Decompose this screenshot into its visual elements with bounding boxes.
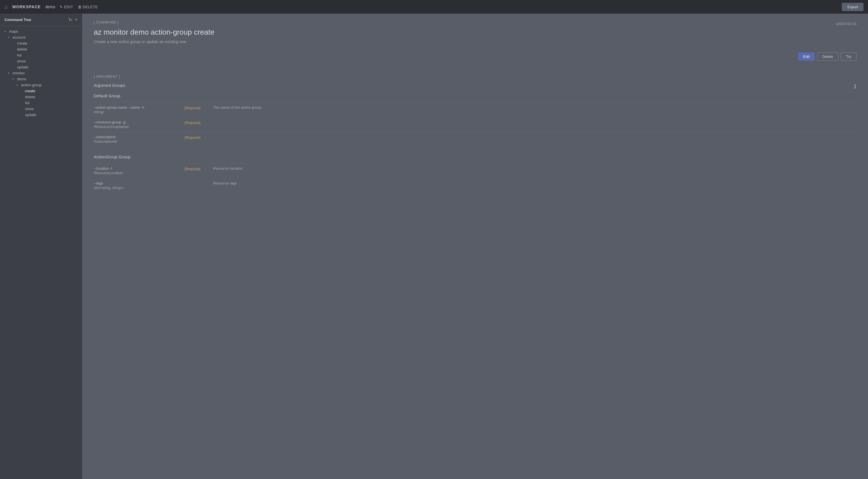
sidebar-item-account-create[interactable]: create bbox=[0, 40, 82, 46]
sidebar-item-monitor[interactable]: ▾monitor bbox=[0, 70, 82, 76]
sidebar-item-demo[interactable]: ▾demo bbox=[0, 76, 82, 82]
table-row: --tags/dict<string, string>/Resource tag… bbox=[94, 178, 857, 193]
action-group-show-label: show bbox=[25, 107, 33, 111]
sidebar-item-action-group[interactable]: ▾action-group bbox=[0, 82, 82, 88]
command-tag: [ COMMAND ] bbox=[94, 21, 214, 24]
action-group-delete-label: delete bbox=[25, 95, 35, 99]
command-tree-title: Command Tree bbox=[4, 18, 31, 22]
main-layout: Command Tree ↻ + ▾maps▾accountcreatedele… bbox=[0, 13, 868, 479]
account-list-label: list bbox=[17, 53, 22, 57]
account-label: account bbox=[12, 35, 26, 39]
argument-tag: [ ARGUMENT ] bbox=[94, 75, 857, 79]
sidebar-header: Command Tree ↻ + bbox=[0, 13, 82, 26]
command-tree: ▾maps▾accountcreatedeletelistshowupdate▾… bbox=[0, 26, 82, 120]
account-create-label: create bbox=[17, 41, 27, 45]
sidebar-item-account-show[interactable]: show bbox=[0, 58, 82, 64]
sidebar-item-account-list[interactable]: list bbox=[0, 52, 82, 58]
arg-type: /dict<string, string>/ bbox=[94, 186, 185, 190]
command-actions: Edit Delete Try bbox=[94, 53, 857, 61]
arg-group-name: Default Group bbox=[94, 93, 857, 98]
maps-arrow-icon: ▾ bbox=[4, 30, 8, 33]
argument-groups-label: Argument Groups 1 bbox=[94, 83, 857, 88]
sidebar-item-action-group-update[interactable]: update bbox=[0, 112, 82, 118]
monitor-arrow-icon: ▾ bbox=[8, 71, 11, 75]
arg-required-badge: [Required] bbox=[185, 136, 200, 140]
maps-label: maps bbox=[9, 29, 18, 33]
table-row: --location -l/ResourceLocation/[Required… bbox=[94, 163, 857, 178]
argument-count: 1 bbox=[854, 83, 857, 90]
demo-label: demo bbox=[17, 77, 26, 81]
try-command-button[interactable]: Try bbox=[841, 53, 857, 61]
table-row: --action-group-name --name -n/string/[Re… bbox=[94, 102, 857, 117]
edit-command-button[interactable]: Edit bbox=[798, 53, 815, 61]
trash-icon: 🗑 bbox=[78, 5, 82, 9]
arg-required-badge: [Required] bbox=[185, 167, 200, 171]
content-area: [ COMMAND ] az monitor demo action-group… bbox=[82, 13, 868, 479]
arg-description: The name of the action group. bbox=[213, 105, 857, 109]
argument-section: [ ARGUMENT ] Argument Groups 1 Default G… bbox=[82, 68, 868, 207]
arg-name: --tags bbox=[94, 181, 185, 185]
sidebar-item-action-group-list[interactable]: list bbox=[0, 100, 82, 106]
action-group-update-label: update bbox=[25, 113, 36, 117]
action-group-create-label: create bbox=[25, 89, 35, 93]
sidebar-item-action-group-delete[interactable]: delete bbox=[0, 94, 82, 100]
table-row: --subscription/SubscriptionId/[Required] bbox=[94, 132, 857, 146]
version-label: v2023-01-01 bbox=[836, 22, 857, 26]
sidebar-icons: ↻ + bbox=[68, 17, 78, 23]
sidebar-item-action-group-create[interactable]: create bbox=[0, 88, 82, 94]
command-description: Create a new action group or update an e… bbox=[94, 39, 214, 44]
account-show-label: show bbox=[17, 59, 26, 63]
sidebar: Command Tree ↻ + ▾maps▾accountcreatedele… bbox=[0, 13, 82, 479]
arg-name: --action-group-name --name -n bbox=[94, 105, 185, 109]
topbar: ⌂ WORKSPACE demo ✎ EDIT 🗑 DELETE Export bbox=[0, 0, 868, 13]
arg-type: /ResourceLocation/ bbox=[94, 171, 185, 175]
demo-label: demo bbox=[45, 4, 55, 9]
delete-command-button[interactable]: Delete bbox=[817, 53, 838, 61]
add-icon[interactable]: + bbox=[75, 17, 78, 23]
export-button[interactable]: Export bbox=[842, 3, 864, 11]
refresh-icon[interactable]: ↻ bbox=[68, 17, 72, 23]
pencil-icon: ✎ bbox=[60, 5, 63, 9]
arg-type: /string/ bbox=[94, 110, 185, 114]
arg-type: /ResourceGroupName/ bbox=[94, 125, 185, 129]
edit-button[interactable]: ✎ EDIT bbox=[60, 5, 73, 9]
action-group-list-label: list bbox=[25, 101, 30, 105]
command-heading: az monitor demo action-group create bbox=[94, 28, 214, 37]
sidebar-item-action-group-show[interactable]: show bbox=[0, 106, 82, 112]
arg-description: Resource location bbox=[213, 166, 857, 171]
workspace-label: WORKSPACE bbox=[12, 4, 41, 9]
account-arrow-icon: ▾ bbox=[8, 36, 11, 39]
arg-description: Resource tags bbox=[213, 181, 857, 185]
arg-name: --subscription bbox=[94, 135, 185, 139]
home-icon[interactable]: ⌂ bbox=[4, 4, 8, 10]
sidebar-item-account[interactable]: ▾account bbox=[0, 34, 82, 40]
monitor-label: monitor bbox=[12, 71, 25, 75]
arg-group-name: ActionGroup Group bbox=[94, 155, 857, 159]
arg-required-badge: [Required] bbox=[185, 106, 200, 110]
arg-type: /SubscriptionId/ bbox=[94, 140, 185, 144]
sidebar-item-maps[interactable]: ▾maps bbox=[0, 28, 82, 34]
sidebar-item-account-delete[interactable]: delete bbox=[0, 46, 82, 52]
delete-button[interactable]: 🗑 DELETE bbox=[78, 5, 98, 9]
command-section: [ COMMAND ] az monitor demo action-group… bbox=[82, 13, 868, 68]
arg-name: --resource-group -g bbox=[94, 120, 185, 124]
table-row: --resource-group -g/ResourceGroupName/[R… bbox=[94, 117, 857, 132]
action-group-arrow-icon: ▾ bbox=[17, 83, 20, 87]
action-group-label: action-group bbox=[21, 83, 41, 87]
arg-name: --location -l bbox=[94, 166, 185, 171]
account-update-label: update bbox=[17, 65, 28, 69]
demo-arrow-icon: ▾ bbox=[12, 77, 16, 80]
arg-required-badge: [Required] bbox=[185, 121, 200, 125]
arg-group-default-group: Default Group--action-group-name --name … bbox=[94, 93, 857, 146]
sidebar-item-account-update[interactable]: update bbox=[0, 64, 82, 70]
arg-group-actiongroup-group: ActionGroup Group--location -l/ResourceL… bbox=[94, 155, 857, 193]
account-delete-label: delete bbox=[17, 47, 27, 52]
argument-groups-container: Default Group--action-group-name --name … bbox=[94, 93, 857, 193]
